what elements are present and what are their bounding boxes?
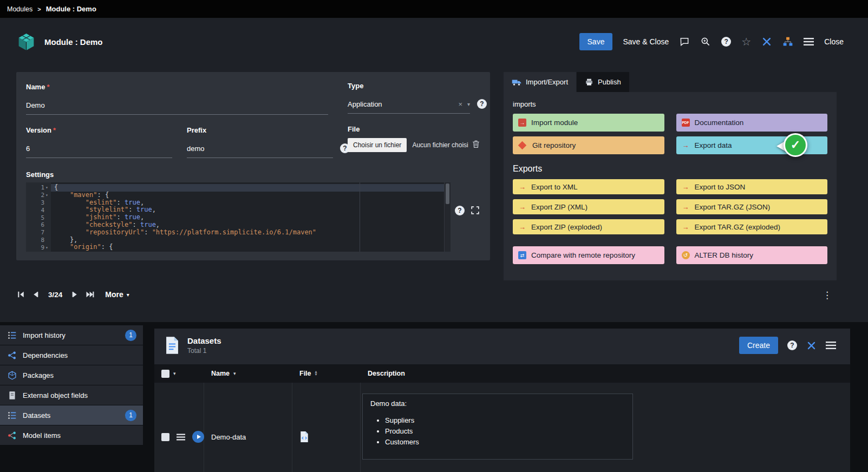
first-record-icon[interactable] (17, 291, 25, 298)
cube-icon (8, 371, 17, 380)
export-zip-exploded-button[interactable]: Export ZIP (exploded) (513, 219, 664, 234)
required-marker: * (47, 83, 49, 91)
compare-remote-repository-button[interactable]: Compare with remote repository (513, 246, 664, 264)
editor-scrollbar-thumb[interactable] (446, 183, 449, 204)
previous-record-icon[interactable] (32, 291, 39, 298)
favorite-star-icon[interactable]: ☆ (741, 36, 751, 47)
datasets-help-icon[interactable]: ? (787, 340, 797, 350)
save-button[interactable]: Save (579, 33, 613, 50)
save-and-close-button[interactable]: Save & Close (623, 37, 669, 46)
version-input[interactable]: 6 (26, 141, 172, 158)
git-repository-button[interactable]: Git repository (513, 136, 664, 154)
file-input[interactable]: Choisir un fichier Aucun fichier choisi (348, 138, 468, 152)
tools-icon[interactable] (761, 36, 772, 47)
sidebar-item-datasets[interactable]: Datasets 1 (0, 405, 143, 425)
description-box[interactable]: Demo data: Suppliers Products Customers (362, 394, 633, 460)
breadcrumb-current: Module : Demo (46, 5, 96, 13)
export-data-button[interactable]: Export data (676, 136, 828, 154)
list-icon (8, 411, 17, 420)
module-form-section: Module : Demo Save Save & Close ? ☆ Clos… (0, 18, 868, 322)
select-menu-caret-icon[interactable]: ▾ (173, 371, 176, 376)
settings-code-editor[interactable]: 1▾2▾3456789▾ { "maven": { "eslint": true… (26, 182, 451, 252)
list-item: Customers (385, 438, 625, 446)
choose-file-button[interactable]: Choisir un fichier (348, 138, 407, 152)
sidebar-item-external-object-fields[interactable]: External object fields (0, 385, 143, 405)
tab-import-export[interactable]: Import/Export (504, 72, 576, 92)
module-form-card: Name* Demo Type Application × ▾ ? Versio… (16, 72, 490, 260)
count-badge: 1 (125, 330, 136, 341)
file-status-text: Aucun fichier choisi (412, 141, 468, 149)
row-description-cell: Demo data: Suppliers Products Customers (361, 383, 850, 472)
documentation-button[interactable]: Documentation (676, 114, 828, 132)
delete-file-trash-icon[interactable] (471, 139, 481, 149)
type-label: Type (348, 82, 363, 90)
type-caret-icon[interactable]: ▾ (467, 101, 470, 107)
compare-icon (518, 251, 526, 259)
export-arrow-icon (682, 141, 690, 149)
row-file-cell[interactable] (292, 383, 361, 472)
kebab-menu-icon[interactable]: ⋮ (823, 290, 832, 301)
sidebar-item-packages[interactable]: Packages (0, 365, 143, 385)
help-icon[interactable]: ? (721, 37, 731, 47)
sitemap-icon[interactable] (782, 36, 793, 47)
settings-help-icon[interactable]: ? (455, 206, 465, 215)
column-header-name[interactable]: Name ▾ (204, 370, 292, 377)
name-label: Name* (26, 83, 49, 91)
settings-label: Settings (26, 171, 54, 179)
pdf-icon (682, 119, 690, 127)
prefix-input[interactable]: demo (187, 141, 333, 158)
import-module-button[interactable]: Import module (513, 114, 664, 132)
last-record-icon[interactable] (86, 291, 95, 298)
share-nodes-icon (8, 351, 17, 360)
file-label: File (348, 125, 360, 133)
comment-icon[interactable] (679, 36, 690, 47)
export-arrow-icon (682, 223, 690, 231)
page-title: Module : Demo (44, 37, 103, 47)
open-record-play-icon[interactable] (192, 431, 204, 443)
row-name-cell[interactable]: Demo-data (204, 383, 292, 472)
export-xml-button[interactable]: Export to XML (513, 179, 664, 194)
column-header-description[interactable]: Description (361, 370, 850, 377)
expand-editor-icon[interactable] (470, 205, 480, 215)
header-actions: Save Save & Close ? ☆ Close (579, 33, 844, 50)
row-menu-icon[interactable] (177, 434, 185, 441)
datasets-total: Total 1 (187, 347, 221, 355)
search-icon[interactable] (700, 36, 711, 47)
more-menu-button[interactable]: More▾ (105, 290, 129, 299)
code-file-icon (299, 431, 309, 443)
sidebar-item-model-items[interactable]: Model items (0, 425, 143, 445)
editor-gutter: 1▾2▾3456789▾ (26, 182, 51, 252)
export-targz-json-button[interactable]: Export TAR.GZ (JSON) (676, 199, 828, 214)
editor-scrollbar[interactable] (444, 182, 451, 252)
export-json-button[interactable]: Export to JSON (676, 179, 828, 194)
sidebar-item-dependencies[interactable]: Dependencies (0, 345, 143, 365)
alter-db-history-button[interactable]: ALTER DB history (676, 246, 828, 264)
chevron-down-icon: ▾ (127, 292, 129, 298)
prefix-label: Prefix (187, 126, 206, 134)
export-arrow-icon (682, 183, 690, 191)
row-checkbox[interactable] (161, 433, 169, 441)
import-export-panel: Import/Export Publish imports Import mod… (504, 72, 837, 280)
export-targz-exploded-button[interactable]: Export TAR.GZ (exploded) (676, 219, 828, 234)
record-pagination: 3/24 More▾ (17, 290, 129, 299)
datasets-tools-icon[interactable] (806, 340, 817, 351)
select-all-checkbox[interactable] (161, 370, 169, 378)
description-title: Demo data: (370, 399, 625, 408)
create-button[interactable]: Create (739, 337, 778, 354)
editor-code[interactable]: { "maven": { "eslint": true, "stylelint"… (51, 182, 444, 252)
name-input[interactable]: Demo (26, 98, 328, 115)
close-button[interactable]: Close (824, 37, 844, 46)
export-arrow-icon (518, 203, 526, 211)
datasets-menu-icon[interactable] (826, 341, 836, 350)
type-help-icon[interactable]: ? (477, 99, 487, 109)
tab-publish[interactable]: Publish (577, 72, 629, 92)
menu-icon[interactable] (804, 37, 814, 46)
type-select[interactable]: Application × ▾ (348, 97, 470, 114)
column-header-file[interactable]: File ▴▾ (292, 370, 361, 377)
type-clear-icon[interactable]: × (458, 100, 462, 108)
breadcrumb-modules-link[interactable]: Modules (7, 5, 32, 13)
sidebar-item-import-history[interactable]: Import history 1 (0, 325, 143, 345)
exports-group-label: Exports (513, 164, 827, 174)
export-zip-xml-button[interactable]: Export ZIP (XML) (513, 199, 664, 214)
next-record-icon[interactable] (71, 291, 79, 298)
